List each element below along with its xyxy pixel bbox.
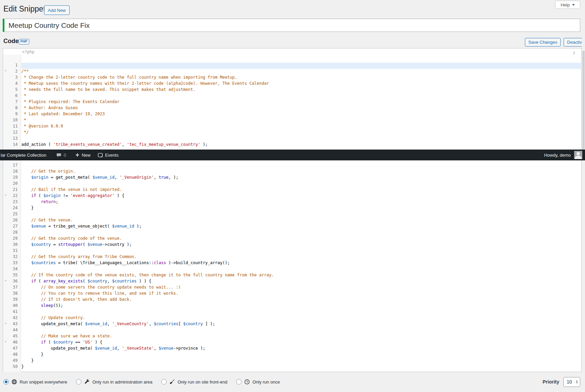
code-line[interactable]: ▾22 if ( $origin != 'event-aggregator' )… (3, 193, 581, 199)
code-line[interactable]: 21 // Bail if the venue is not imported. (3, 187, 581, 193)
line-number: 25 (13, 212, 18, 216)
code-line[interactable]: 25 (3, 212, 581, 218)
code-line[interactable]: 11 * @version 6.0.9 (3, 124, 581, 130)
code-line[interactable]: 42 // Update country. (3, 315, 581, 321)
code-line[interactable]: ▾43 update_post_meta( $venue_id, '_Venue… (3, 321, 581, 328)
code-line[interactable]: 35 // If the country code of the venue e… (3, 273, 581, 279)
code-line[interactable]: 10 * (3, 118, 581, 124)
line-gutter: 9 (3, 112, 21, 118)
line-gutter: 20 (3, 181, 21, 187)
add-new-button[interactable]: Add New (44, 5, 70, 15)
code-line[interactable]: 1 (3, 63, 581, 69)
admin-bar-new[interactable]: New (75, 150, 91, 160)
code-text: // Update country. (21, 315, 581, 321)
admin-bar-account[interactable]: Howdy, demo (544, 153, 571, 158)
code-fold-arrow-icon[interactable]: ▾ (5, 194, 6, 197)
code-line[interactable]: 8 * Author: Andras Guseo (3, 105, 581, 112)
user-avatar[interactable] (574, 151, 582, 159)
code-line[interactable]: 29 // Get the country code of the venue. (3, 236, 581, 242)
code-fold-arrow-icon[interactable]: ▾ (5, 279, 6, 282)
code-editor[interactable]: <?php ? 1▾2/**3 * Change the 2-letter co… (3, 48, 582, 372)
scrollbar-thumb[interactable] (582, 51, 585, 153)
code-line[interactable]: 34 (3, 267, 581, 273)
line-number: 10 (13, 118, 18, 122)
code-line[interactable]: 9 * Last updated: December 19, 2023 (3, 112, 581, 118)
code-line[interactable]: 48 } (3, 352, 581, 358)
run-option-3[interactable]: Only run on site front-end (161, 379, 227, 385)
code-line[interactable]: 28 (3, 230, 581, 236)
editor-help-icon[interactable]: ? (573, 51, 575, 56)
radio-input[interactable] (76, 379, 81, 385)
radio-input[interactable] (236, 379, 242, 385)
code-text (21, 163, 581, 169)
code-line[interactable]: 18 // Get the origin. (3, 169, 581, 175)
code-line[interactable]: 38 // You can try to remove this line, a… (3, 291, 581, 297)
code-line[interactable]: 20 (3, 181, 581, 187)
number-stepper[interactable]: ▴▾ (576, 380, 578, 384)
code-line[interactable]: 39 // If it doesn't work, then add back. (3, 297, 581, 303)
code-line[interactable]: 27 $venue = tribe_get_venue_object( $ven… (3, 224, 581, 230)
code-line[interactable]: 31 (3, 248, 581, 254)
code-fold-arrow-icon[interactable]: ▾ (5, 322, 6, 325)
code-text: * (21, 118, 581, 124)
code-line[interactable]: 50} (3, 364, 581, 370)
line-number: 11 (13, 124, 18, 129)
code-line[interactable]: 14add_action ( 'tribe_events_venue_creat… (3, 142, 581, 148)
code-line[interactable]: 32 // Get the country array from Tribe C… (3, 254, 581, 260)
code-fold-arrow-icon[interactable]: ▾ (5, 340, 6, 343)
line-number: 1 (15, 63, 18, 67)
code-line[interactable]: 6 * (3, 93, 581, 99)
radio-input[interactable] (161, 379, 167, 385)
code-line[interactable]: 44 (3, 328, 581, 334)
code-text: /** (21, 69, 581, 75)
code-text: } (21, 205, 581, 212)
code-line[interactable]: 12 */ (3, 130, 581, 136)
code-line[interactable]: 26 // Get the venue. (3, 218, 581, 224)
code-line[interactable]: 45 // Make sure we have a state. (3, 334, 581, 340)
code-text: // Get the venue. (21, 218, 581, 224)
code-line[interactable]: 33 $countries = tribe( \Tribe__Languages… (3, 260, 581, 267)
page-scrollbar[interactable] (582, 0, 585, 392)
admin-bar-events[interactable]: Events (97, 150, 119, 160)
code-line[interactable]: 23 return; (3, 199, 581, 205)
line-gutter: 8 (3, 105, 21, 112)
run-option-1[interactable]: Run snippet everywhere (3, 379, 67, 385)
save-changes-button[interactable]: Save Changes (525, 38, 561, 46)
line-number: 40 (13, 303, 18, 308)
code-line[interactable]: 30 $country = strtoupper( $venue->countr… (3, 242, 581, 248)
code-line[interactable]: 24 } (3, 205, 581, 212)
code-text: * Meetup saves the country names with th… (21, 81, 581, 87)
code-text: // Get the country array from Tribe Comm… (21, 254, 581, 260)
code-line[interactable]: 37 // On some servers the country update… (3, 285, 581, 291)
admin-bar-comments[interactable]: 0 (56, 150, 66, 160)
code-line[interactable]: 47 update_post_meta( $venue_id, '_VenueS… (3, 346, 581, 352)
code-text (21, 328, 581, 334)
line-number: 12 (13, 130, 18, 135)
code-text: // Bail if the venue is not imported. (21, 187, 581, 193)
code-line[interactable]: 3 * Change the 2-letter country code to … (3, 75, 581, 81)
code-line[interactable]: ▾46 if ( $country == 'US' ) { (3, 340, 581, 346)
run-option-4[interactable]: Only run once (236, 379, 280, 385)
code-line[interactable]: 4 * Meetup saves the country names with … (3, 81, 581, 87)
code-line[interactable]: ▾2/** (3, 69, 581, 75)
admin-bar-site-name[interactable]: lar Complete Collection (1, 150, 46, 160)
line-gutter: 31 (3, 248, 21, 254)
code-line[interactable]: 13 (3, 136, 581, 142)
line-gutter: 48 (3, 352, 21, 358)
code-line[interactable]: 7 * Plugins required: The Events Calenda… (3, 99, 581, 105)
code-line[interactable]: 17 (3, 163, 581, 169)
code-line[interactable]: 41 (3, 309, 581, 315)
code-fold-arrow-icon[interactable]: ▾ (5, 69, 6, 72)
code-line[interactable]: ▾36 if ( array_key_exists( $country, $co… (3, 279, 581, 285)
code-line[interactable]: 40 sleep(5); (3, 303, 581, 309)
run-option-2[interactable]: Only run in administration area (76, 379, 152, 385)
priority-input[interactable] (567, 379, 574, 385)
code-section-heading: Code (3, 38, 19, 45)
radio-input[interactable] (3, 379, 9, 385)
code-line[interactable]: 49 } (3, 358, 581, 364)
code-line[interactable]: 5 * needs the full name to be saved. Thi… (3, 87, 581, 93)
snippet-title-input[interactable] (3, 19, 580, 32)
code-line[interactable]: 19 $origin = get_post_meta( $venue_id, '… (3, 175, 581, 181)
line-number: 4 (15, 81, 18, 86)
help-button[interactable]: Help (555, 1, 580, 9)
